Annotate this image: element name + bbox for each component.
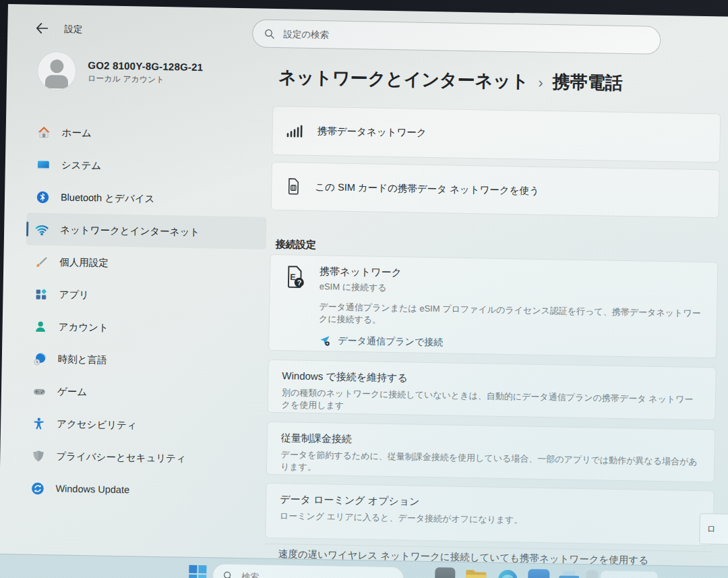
- sidebar-item-windows-update[interactable]: Windows Update: [22, 471, 262, 508]
- sidebar-item-gaming[interactable]: ゲーム: [24, 374, 264, 411]
- sidebar-item-system[interactable]: システム: [27, 148, 268, 185]
- sidebar-item-label: 個人用設定: [59, 256, 109, 269]
- sidebar-item-network[interactable]: ネットワークとインターネット: [26, 213, 267, 250]
- roaming-description: ローミング エリアに入ると、データ接続がオフになります。: [280, 510, 700, 529]
- sidebar-item-label: アプリ: [59, 288, 89, 301]
- cellular-network-card[interactable]: E ? 携帯ネットワーク eSIM に接続する データ通信プランまたは eSIM…: [268, 254, 718, 359]
- cellular-network-title: 携帯ネットワーク: [320, 265, 402, 279]
- settings-search-input[interactable]: [282, 28, 649, 47]
- metered-description: データを節約するために、従量制課金接続を使用している場合、一部のアプリでは動作が…: [280, 449, 701, 480]
- sidebar-item-time-language[interactable]: 時刻と言語: [24, 342, 264, 378]
- cellular-data-label: 携帯データネットワーク: [317, 125, 427, 140]
- cellular-data-row[interactable]: 携帯データネットワーク: [272, 106, 721, 163]
- sidebar: ホーム システム Bluetooth とデバイス ネットワークとインターネット …: [22, 116, 268, 509]
- windows-logo-icon: [189, 565, 197, 573]
- sidebar-item-label: ゲーム: [57, 385, 88, 399]
- back-button[interactable]: [33, 20, 51, 37]
- sim-card-row[interactable]: この SIM カードの携帯データ ネットワークを使う: [271, 162, 720, 219]
- edge-browser-icon[interactable]: [497, 569, 519, 578]
- keep-connected-title: Windows で接続を維持する: [282, 370, 702, 390]
- signal-bars-icon: [286, 123, 304, 139]
- home-icon: [36, 125, 51, 140]
- start-button[interactable]: [189, 565, 206, 578]
- data-roaming-row[interactable]: データ ローミング オプション ローミング エリアに入ると、データ接続がオフにな…: [265, 483, 714, 546]
- printer-app-icon[interactable]: [557, 569, 581, 578]
- app-icon[interactable]: [586, 570, 599, 578]
- time-language-icon: [32, 351, 47, 366]
- app-title: 設定: [64, 23, 82, 35]
- sidebar-item-label: システム: [61, 158, 102, 172]
- paintbrush-icon: [34, 254, 49, 269]
- sidebar-item-home[interactable]: ホーム: [28, 116, 268, 152]
- sidebar-item-label: ネットワークとインターネット: [60, 223, 200, 239]
- sidebar-item-accounts[interactable]: アカウント: [24, 310, 265, 347]
- search-icon: [222, 571, 233, 578]
- arrow-left-icon: [33, 20, 51, 37]
- sidebar-item-label: アカウント: [58, 320, 109, 334]
- sidebar-item-label: ホーム: [62, 126, 92, 140]
- metered-connection-row[interactable]: 従量制課金接続 データを節約するために、従量制課金接続を使用している場合、一部の…: [266, 422, 715, 483]
- esim-icon: E ?: [284, 264, 307, 291]
- settings-window: 設定 GO2 8100Y-8G-128G-21 ローカル アカウント ホーム シ…: [0, 4, 728, 578]
- sidebar-item-apps[interactable]: アプリ: [25, 278, 266, 314]
- taskbar-widget[interactable]: [600, 570, 659, 578]
- search-icon: [264, 28, 275, 39]
- account-block[interactable]: GO2 8100Y-8G-128G-21 ローカル アカウント: [38, 52, 204, 92]
- settings-search-box[interactable]: [252, 19, 661, 55]
- connect-data-plan-label: データ通信プランで接続: [338, 335, 443, 349]
- breadcrumb: ネットワークとインターネット › 携帯電話: [278, 65, 623, 95]
- roaming-dropdown[interactable]: ロ: [699, 513, 728, 546]
- bluetooth-icon: [35, 190, 50, 204]
- network-wifi-icon: [34, 222, 49, 237]
- system-icon: [36, 157, 51, 172]
- connect-data-plan-link[interactable]: データ通信プランで接続: [318, 334, 702, 353]
- sim-card-label: この SIM カードの携帯データ ネットワークを使う: [315, 180, 539, 197]
- metered-title: 従量制課金接続: [281, 432, 701, 452]
- avatar: [38, 52, 76, 90]
- windows-update-icon: [30, 481, 44, 496]
- sidebar-item-privacy[interactable]: プライバシーとセキュリティ: [22, 439, 263, 475]
- shield-icon: [30, 449, 45, 463]
- sidebar-item-label: Bluetooth とデバイス: [61, 191, 155, 205]
- taskbar-search-input[interactable]: [240, 571, 341, 578]
- sidebar-item-accessibility[interactable]: アクセシビリティ: [23, 407, 264, 443]
- taskbar-search-box[interactable]: [212, 563, 404, 578]
- sim-card-icon: [285, 177, 301, 195]
- breadcrumb-parent[interactable]: ネットワークとインターネット: [278, 65, 529, 93]
- sidebar-item-label: Windows Update: [55, 483, 129, 495]
- roaming-title: データ ローミング オプション: [280, 493, 700, 513]
- main-content: ネットワークとインターネット › 携帯電話 携帯データネットワーク この SI: [274, 9, 723, 17]
- sidebar-item-bluetooth[interactable]: Bluetooth とデバイス: [27, 181, 268, 217]
- account-name: GO2 8100Y-8G-128G-21: [88, 59, 203, 73]
- section-connection-settings: 接続設定: [276, 238, 316, 252]
- cellular-network-description: データ通信プランまたは eSIM プロファイルのライセンス認証を行って、携帯デー…: [319, 301, 704, 332]
- sidebar-item-personalization[interactable]: 個人用設定: [26, 245, 266, 282]
- apps-icon: [33, 287, 48, 301]
- app-icon[interactable]: [528, 569, 550, 578]
- cellular-network-subtitle: eSIM に接続する: [320, 281, 402, 294]
- gamepad-icon: [32, 384, 47, 399]
- sidebar-item-label: プライバシーとセキュリティ: [56, 450, 186, 465]
- keep-connected-description: 別の種類のネットワークに接続していないときは、自動的にデータ通信プランの携帯デー…: [282, 386, 702, 418]
- sidebar-item-label: アクセシビリティ: [57, 417, 137, 432]
- svg-text:?: ?: [297, 279, 301, 287]
- sidebar-item-label: 時刻と言語: [58, 353, 107, 366]
- page-title: 携帯電話: [552, 70, 623, 95]
- app-icon[interactable]: [435, 567, 456, 578]
- file-explorer-icon[interactable]: [464, 568, 488, 578]
- accessibility-icon: [31, 416, 46, 431]
- keep-connected-row[interactable]: Windows で接続を維持する 別の種類のネットワークに接続していないときは、…: [267, 359, 716, 421]
- roaming-dropdown-value: ロ: [706, 523, 716, 535]
- breadcrumb-separator-icon: ›: [538, 72, 543, 91]
- account-type: ローカル アカウント: [88, 73, 203, 86]
- mobile-plans-icon: [318, 334, 331, 347]
- person-icon: [32, 319, 47, 334]
